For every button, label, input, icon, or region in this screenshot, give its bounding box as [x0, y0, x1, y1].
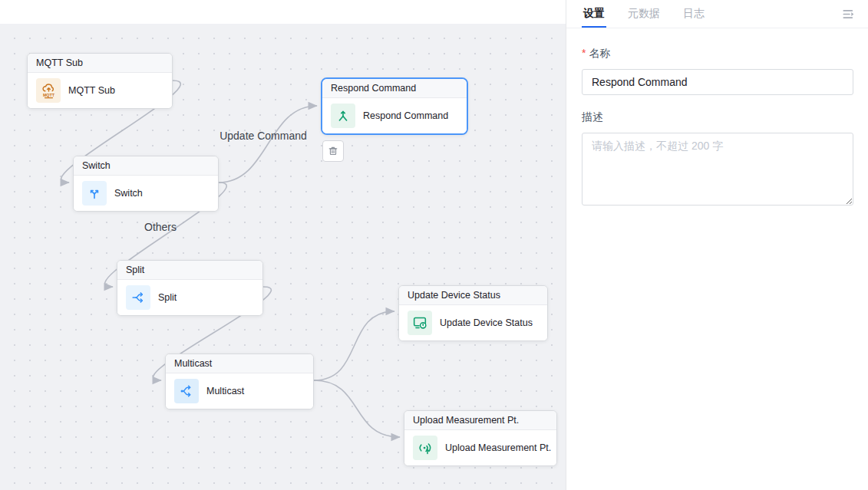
upload-signal-icon	[413, 436, 437, 460]
trash-icon	[327, 145, 339, 157]
tab-logs[interactable]: 日志	[682, 0, 706, 28]
node-label: Split	[158, 292, 177, 303]
edge-label-update-command: Update Command	[219, 130, 307, 142]
switch-fork-icon	[82, 181, 107, 206]
multicast-share-icon	[174, 379, 199, 403]
panel-tabbar: 设置 元数据 日志	[566, 0, 868, 28]
settings-panel: 设置 元数据 日志 *名称 描述	[566, 0, 868, 490]
node-label: Switch	[114, 188, 143, 199]
edge-label-others: Others	[144, 221, 177, 233]
node-update-device-status[interactable]: Update Device StatusUpdate Device Status	[398, 285, 548, 341]
svg-text:MQTT: MQTT	[42, 92, 54, 97]
node-title: Multicast	[166, 354, 313, 373]
node-settings-form: *名称 描述	[566, 28, 868, 206]
collapse-panel-icon[interactable]	[841, 7, 856, 21]
merge-arrow-icon	[331, 104, 355, 128]
delete-node-button[interactable]	[322, 140, 344, 162]
node-title: Split	[117, 261, 262, 280]
split-arrows-icon	[126, 285, 150, 310]
description-textarea[interactable]	[582, 133, 853, 206]
name-field-label: *名称	[582, 47, 853, 61]
flow-canvas[interactable]: MQTT SubMQTTMQTT SubSwitchSwitchRespond …	[0, 0, 566, 490]
node-title: Upload Measurement Pt.	[404, 411, 556, 430]
device-status-icon	[408, 311, 432, 335]
flow-editor-app: MQTT SubMQTTMQTT SubSwitchSwitchRespond …	[0, 0, 868, 490]
node-switch[interactable]: SwitchSwitch	[73, 156, 219, 212]
edge-multicast-to-upload-measurement-pt[interactable]	[314, 380, 400, 437]
edge-switch-to-respond-command[interactable]	[219, 106, 317, 183]
node-label: MQTT Sub	[68, 85, 115, 96]
node-label: Multicast	[206, 386, 244, 396]
node-multicast[interactable]: MulticastMulticast	[165, 354, 314, 409]
node-title: Update Device Status	[399, 286, 547, 305]
node-label: Respond Command	[363, 110, 448, 121]
node-split[interactable]: SplitSplit	[117, 260, 263, 316]
node-respond-command[interactable]: Respond CommandRespond Command	[321, 77, 468, 135]
node-upload-measurement-pt[interactable]: Upload Measurement Pt.Upload Measurement…	[404, 410, 557, 466]
edge-multicast-to-update-device-status[interactable]	[314, 311, 394, 380]
node-label: Update Device Status	[440, 317, 533, 328]
description-field-label: 描述	[582, 110, 853, 124]
node-label: Upload Measurement Pt.	[445, 442, 551, 453]
node-title: MQTT Sub	[28, 54, 172, 73]
required-asterisk: *	[582, 47, 586, 59]
tab-metadata[interactable]: 元数据	[626, 0, 662, 28]
node-mqtt-sub[interactable]: MQTT SubMQTTMQTT Sub	[27, 53, 173, 109]
mqtt-sub-icon: MQTT	[36, 78, 61, 103]
node-title: Respond Command	[322, 79, 467, 98]
tab-settings[interactable]: 设置	[582, 0, 606, 28]
node-title: Switch	[74, 156, 218, 176]
name-input[interactable]	[582, 69, 853, 95]
